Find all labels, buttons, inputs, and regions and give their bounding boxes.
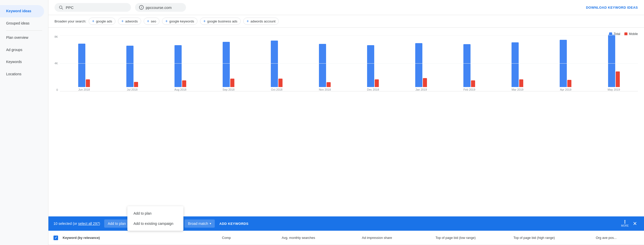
bar-mobile [519, 79, 523, 87]
dropdown-menu: Add to plan Add to existing campaign [127, 206, 183, 231]
chip-plus-icon: + [92, 19, 94, 23]
domain-value: ppccourse.com [146, 5, 172, 10]
month-group-Oct-2018: Oct 2018 [253, 35, 301, 91]
close-button[interactable]: ✕ [631, 219, 639, 228]
chip-plus-icon: + [203, 19, 206, 23]
gridline-mid [60, 63, 638, 64]
bar-mobile [134, 82, 138, 87]
search-box[interactable] [55, 3, 131, 12]
table-header: ✓ Keyword (by relevance) Comp Avg. month… [48, 231, 644, 245]
sidebar-divider [6, 30, 42, 31]
bar-mobile [230, 79, 234, 87]
select-all-link[interactable]: select all 297 [78, 222, 99, 226]
checkmark-icon: ✓ [55, 236, 57, 240]
bar-total [175, 45, 182, 87]
month-label: Mar 2019 [512, 88, 523, 91]
select-all-checkbox[interactable]: ✓ [53, 236, 58, 240]
chip-google-ads[interactable]: + google ads [89, 18, 115, 25]
chip-label: google business ads [207, 19, 237, 23]
broaden-bar: Broaden your search: + google ads + adwo… [48, 15, 644, 28]
y-label-4k: 4K [55, 62, 58, 65]
chip-plus-icon: + [121, 19, 124, 23]
add-keywords-button[interactable]: ADD KEYWORDS [217, 220, 251, 228]
month-label: Nov 2018 [319, 88, 331, 91]
month-group-Feb-2019: Feb 2019 [445, 35, 493, 91]
month-label: May 2019 [608, 88, 620, 91]
chip-label: seo [151, 19, 156, 23]
month-label: Jun 2018 [78, 88, 90, 91]
th-keyword: Keyword (by relevance) [63, 236, 194, 240]
search-input[interactable] [66, 5, 106, 10]
month-label: Oct 2018 [271, 88, 283, 91]
bar-total [223, 42, 230, 87]
broaden-label: Broaden your search: [55, 19, 86, 23]
bar-total [608, 35, 615, 87]
action-bar-right: MORE ✕ [621, 219, 639, 228]
bar-total [367, 45, 374, 87]
chip-label: google keywords [169, 19, 194, 23]
more-button[interactable]: MORE [621, 220, 629, 227]
download-keyword-ideas-button[interactable]: DOWNLOAD KEYWORD IDEAS [586, 6, 638, 9]
bar-total [319, 44, 326, 87]
sidebar-item-locations[interactable]: Locations [0, 68, 44, 80]
month-group-Dec-2018: Dec 2018 [349, 35, 397, 91]
month-label: Jul 2018 [127, 88, 138, 91]
bar-total [126, 46, 133, 87]
bar-mobile [86, 79, 90, 87]
domain-box: i ppccourse.com [135, 3, 186, 12]
month-label: Sep 2018 [223, 88, 235, 91]
bar-mobile [182, 80, 186, 87]
bar-mobile [423, 78, 427, 87]
th-comp: Comp [194, 236, 259, 240]
info-icon: i [139, 5, 144, 10]
month-group-Nov-2018: Nov 2018 [301, 35, 349, 91]
bar-total [271, 41, 278, 87]
y-label-8k: 8K [55, 35, 58, 38]
chip-adwords-account[interactable]: + adwords account [243, 18, 279, 25]
bar-total [415, 43, 422, 87]
y-label-0: 0 [56, 88, 58, 91]
sidebar: Keyword ideas Grouped ideas Plan overvie… [0, 0, 48, 245]
chip-label: adwords [125, 19, 138, 23]
more-label: MORE [621, 224, 629, 227]
month-group-Mar-2019: Mar 2019 [493, 35, 542, 91]
bar-mobile [616, 71, 620, 87]
chip-plus-icon: + [247, 19, 249, 23]
dropdown-add-to-existing-campaign[interactable]: Add to existing campaign [127, 218, 183, 229]
chip-label: google ads [96, 19, 112, 23]
chip-google-business-ads[interactable]: + google business ads [200, 18, 241, 25]
bar-total [78, 44, 85, 87]
th-top-bid-high: Top of page bid (high range) [495, 236, 573, 240]
th-org-avg: Org ave pos... [573, 236, 639, 240]
sidebar-item-ad-groups[interactable]: Ad groups [0, 44, 44, 56]
sidebar-item-keyword-ideas[interactable]: Keyword ideas [0, 5, 44, 17]
search-icon [59, 5, 63, 10]
chip-seo[interactable]: + seo [144, 18, 159, 25]
month-label: Jan 2019 [415, 88, 427, 91]
sidebar-item-plan-overview[interactable]: Plan overview [0, 32, 44, 44]
month-group-Sep-2018: Sep 2018 [205, 35, 253, 91]
month-label: Aug 2018 [175, 88, 186, 91]
month-group-Aug-2018: Aug 2018 [156, 35, 205, 91]
bar-mobile [375, 79, 379, 87]
dropdown-add-to-plan[interactable]: Add to plan [127, 208, 183, 218]
month-group-Jul-2018: Jul 2018 [108, 35, 156, 91]
chip-google-keywords[interactable]: + google keywords [162, 18, 197, 25]
chip-adwords[interactable]: + adwords [118, 18, 141, 25]
month-group-May-2019: May 2019 [590, 35, 638, 91]
bar-mobile [278, 79, 283, 87]
broad-match-button[interactable]: Broad match ▾ [184, 219, 215, 228]
bar-total [512, 42, 519, 87]
th-checkbox: ✓ [53, 236, 63, 240]
bar-mobile [471, 80, 475, 87]
gridline-top [60, 35, 638, 35]
chip-plus-icon: + [165, 19, 168, 23]
dot3 [624, 223, 625, 224]
sidebar-item-keywords[interactable]: Keywords [0, 56, 44, 68]
chevron-down-icon: ▾ [210, 222, 211, 225]
sidebar-item-grouped-ideas[interactable]: Grouped ideas [0, 17, 44, 30]
chart-wrapper: 8K 4K 0 Jun 2018Jul 2018Aug 2018Sep 2018… [55, 28, 638, 99]
y-axis: 8K 4K 0 [55, 35, 60, 91]
month-label: Feb 2019 [463, 88, 475, 91]
month-group-Jun-2018: Jun 2018 [60, 35, 108, 91]
